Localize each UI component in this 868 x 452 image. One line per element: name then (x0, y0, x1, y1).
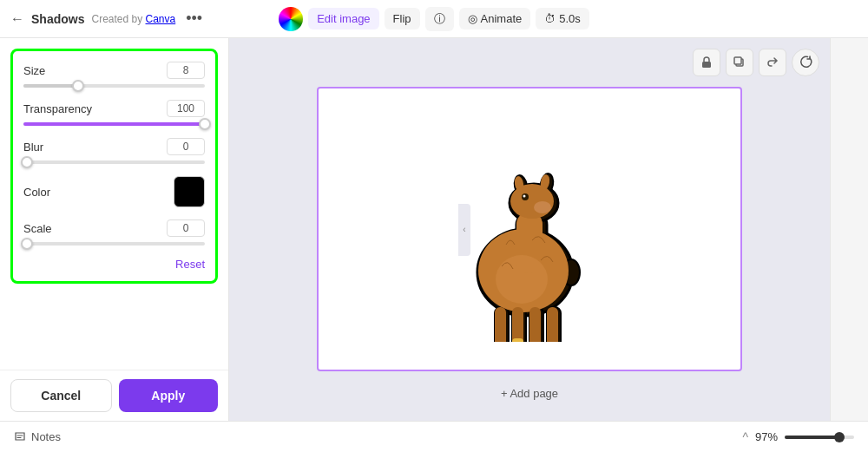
blur-slider-track[interactable] (23, 160, 205, 164)
transparency-slider-fill (23, 122, 205, 126)
back-button[interactable]: ← (10, 11, 24, 27)
topbar-left: ← Shadows Created by Canva ••• (10, 6, 272, 31)
blur-slider-thumb[interactable] (21, 156, 33, 168)
topbar-title: Shadows (31, 12, 84, 26)
zoom-slider-thumb[interactable] (834, 432, 845, 442)
scale-slider-thumb[interactable] (21, 238, 33, 250)
edit-image-button[interactable]: Edit image (308, 8, 378, 29)
svg-rect-25 (512, 338, 523, 342)
clock-icon: ⏱ (544, 12, 556, 25)
color-palette-icon[interactable] (279, 7, 303, 31)
add-page-button[interactable]: + Add page (480, 380, 579, 407)
topbar-subtitle: Created by Canva (91, 13, 175, 25)
scale-label: Scale (23, 222, 52, 235)
scale-slider-track[interactable] (23, 242, 205, 246)
size-label: Size (23, 64, 45, 77)
panel-footer: Cancel Apply (0, 370, 228, 421)
svg-rect-21 (495, 307, 506, 342)
apply-button[interactable]: Apply (119, 379, 219, 412)
svg-rect-2 (734, 57, 741, 64)
more-options-button[interactable]: ••• (182, 6, 206, 31)
canva-link[interactable]: Canva (146, 13, 176, 25)
color-control: Color (23, 176, 205, 207)
notes-label: Notes (31, 430, 61, 443)
canvas-frame (317, 87, 742, 371)
reset-button[interactable]: Reset (23, 258, 205, 271)
svg-rect-23 (529, 307, 541, 342)
refresh-button[interactable] (792, 49, 819, 76)
svg-point-16 (534, 201, 551, 213)
panel-content: Size Transparency (0, 38, 228, 370)
info-icon: ⓘ (434, 11, 445, 27)
blur-input[interactable] (167, 138, 205, 155)
svg-rect-22 (512, 307, 523, 342)
panel-inner: Size Transparency (10, 49, 218, 284)
size-input[interactable] (167, 62, 205, 79)
chevron-up-icon: ^ (742, 430, 748, 444)
svg-point-26 (496, 255, 548, 304)
transparency-control: Transparency (23, 100, 205, 126)
color-label: Color (23, 186, 50, 199)
refresh-icon (799, 56, 812, 69)
svg-rect-24 (547, 307, 558, 342)
scale-input[interactable] (167, 219, 205, 237)
color-swatch[interactable] (174, 176, 205, 207)
copy-button[interactable] (726, 49, 753, 76)
size-control: Size (23, 62, 205, 88)
main-layout: Size Transparency (0, 38, 868, 421)
left-panel: Size Transparency (0, 38, 229, 421)
svg-point-18 (523, 195, 526, 198)
lock-icon (700, 56, 713, 69)
blur-label: Blur (23, 141, 43, 154)
cancel-button[interactable]: Cancel (10, 379, 112, 412)
flip-button[interactable]: Flip (385, 8, 420, 29)
size-slider-track[interactable] (23, 84, 205, 88)
topbar-center: Edit image Flip ⓘ ◎ Animate ⏱ 5.0s (279, 7, 589, 31)
duration-button[interactable]: ⏱ 5.0s (536, 8, 589, 29)
canvas-area: + Add page ‹ (229, 38, 830, 421)
transparency-slider-track[interactable] (23, 122, 205, 126)
collapse-handle[interactable]: ‹ (458, 204, 470, 256)
transparency-input[interactable] (167, 100, 205, 117)
chevron-left-icon: ‹ (463, 225, 465, 234)
zoom-slider[interactable] (785, 436, 854, 439)
share-button[interactable] (759, 49, 786, 76)
topbar: ← Shadows Created by Canva ••• Edit imag… (0, 0, 868, 38)
notes-section[interactable]: Notes (14, 430, 61, 443)
zoom-section: 97% (755, 430, 854, 443)
share-icon (766, 56, 779, 69)
animate-icon: ◎ (468, 12, 477, 25)
transparency-slider-thumb[interactable] (199, 118, 211, 130)
transparency-label: Transparency (23, 102, 92, 115)
scale-control: Scale (23, 219, 205, 246)
canvas-toolbar (693, 49, 819, 76)
copy-icon (733, 56, 746, 69)
zoom-label: 97% (755, 430, 778, 443)
bottom-bar: Notes ^ 97% (0, 421, 868, 452)
size-slider-fill (23, 84, 78, 88)
blur-control: Blur (23, 138, 205, 164)
size-slider-thumb[interactable] (72, 80, 84, 92)
right-side-panel (830, 38, 868, 421)
zoom-slider-fill (785, 436, 837, 439)
notes-icon (14, 431, 26, 443)
lock-button[interactable] (693, 49, 720, 76)
info-button[interactable]: ⓘ (425, 7, 454, 31)
animate-button[interactable]: ◎ Animate (459, 8, 531, 29)
svg-rect-0 (702, 62, 711, 68)
